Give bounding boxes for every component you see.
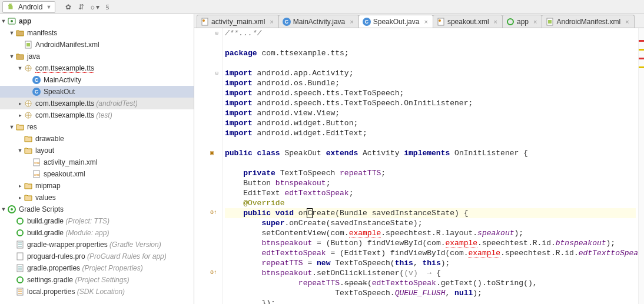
settings-icon[interactable]: ⫓ (101, 1, 113, 13)
code-line[interactable]: repeatTTS.speak(edtTexttoSpeak.getText()… (225, 278, 636, 288)
module-selector[interactable]: Android ▼ (2, 1, 55, 13)
error-marker[interactable] (639, 40, 644, 42)
package-icon (24, 64, 33, 73)
editor-tab[interactable]: CSpeakOut.java× (358, 15, 433, 28)
tree-node-drawable[interactable]: ▼ drawable (0, 133, 194, 145)
java-class-icon: C (32, 87, 41, 96)
svg-point-22 (439, 19, 441, 22)
code-line[interactable]: Button btnspeakout; (225, 178, 636, 188)
override-gutter-icon[interactable]: o↑ (210, 269, 218, 278)
tree-node-build-gradle-project[interactable]: ▼ build.gradle (Project: TTS) (0, 215, 194, 227)
tree-label: mipmap (35, 182, 61, 190)
fold-icon[interactable]: ⊟ (215, 70, 218, 76)
code-line[interactable]: setContentView(com.example.speechtest.R.… (225, 228, 636, 238)
code-line[interactable]: public class SpeakOut extends Activity i… (225, 148, 636, 158)
code-line[interactable]: import android.widget.Button; (225, 118, 636, 128)
module-selector-label: Android (18, 3, 42, 11)
xml-icon: xml (32, 169, 41, 179)
code-line[interactable]: repeatTTS = new TextToSpeech(this, this)… (225, 258, 636, 268)
close-icon[interactable]: × (270, 18, 273, 25)
editor-tab[interactable]: CMainActivity.java× (278, 15, 359, 28)
class-gutter-icon[interactable]: ▣ (210, 149, 218, 158)
code-line[interactable]: /**...*/ (225, 28, 636, 38)
editor-tab[interactable]: AndroidManifest.xml× (542, 15, 634, 28)
close-icon[interactable]: × (625, 18, 629, 25)
code-line[interactable]: @Override (225, 198, 636, 208)
tree-node-pkg-androidtest[interactable]: ▸ com.ttsexample.tts (androidTest) (0, 98, 194, 109)
error-marker[interactable] (639, 58, 644, 59)
tree-node-layout-activity-main[interactable]: ▼ xml activity_main.xml (0, 156, 194, 168)
sync-icon[interactable]: ✿ (62, 1, 74, 13)
override-gutter-icon[interactable]: o↑ (210, 209, 218, 218)
code-line[interactable]: EditText edtTexttoSpeak; (225, 188, 636, 198)
svg-rect-15 (17, 253, 23, 260)
tree-node-manifests[interactable]: ▼ manifests (0, 27, 194, 39)
code-line[interactable]: edtTexttoSpeak = (EditText) findViewById… (225, 248, 636, 258)
code-line[interactable] (225, 38, 636, 48)
svg-point-17 (17, 277, 23, 283)
code-line[interactable]: import android.view.View; (225, 108, 636, 118)
fold-icon[interactable]: ⊞ (215, 30, 218, 36)
svg-point-13 (17, 230, 23, 236)
tree-node-settings-gradle[interactable]: ▼ settings.gradle (Project Settings) (0, 274, 194, 286)
close-icon[interactable]: × (533, 18, 537, 25)
tree-node-layout-speakout[interactable]: ▼ xml speakout.xml (0, 168, 194, 180)
gradle-file-icon (15, 216, 25, 226)
code-line[interactable]: public void onCreate(Bundle savedInstanc… (225, 208, 636, 218)
tree-node-build-gradle-module[interactable]: ▼ build.gradle (Module: app) (0, 227, 194, 239)
code-line[interactable] (225, 58, 636, 68)
code-line[interactable]: import android.speech.tts.TextToSpeech.O… (225, 98, 636, 108)
tree-node-gradle-props[interactable]: ▼ gradle.properties (Project Properties) (0, 262, 194, 274)
collapse-icon[interactable]: ⇵ (75, 1, 87, 13)
tree-node-local-props[interactable]: ▼ local.properties (SDK Location) (0, 286, 194, 298)
tree-node-mipmap[interactable]: ▸ mipmap (0, 180, 194, 192)
tree-node-gradle-scripts[interactable]: ▼ Gradle Scripts (0, 203, 194, 215)
editor-tab[interactable]: speakout.xml× (433, 15, 503, 28)
code-line[interactable]: import android.speech.tts.TextToSpeech; (225, 88, 636, 98)
java-c-icon: C (283, 18, 291, 26)
close-icon[interactable]: × (424, 18, 427, 25)
code-line[interactable]: TextToSpeech.QUEUE_FLUSH, null); (225, 288, 636, 298)
code-line[interactable]: import android.os.Bundle; (225, 78, 636, 88)
code-area[interactable]: /**...*/ package com.ttsexample.tts; imp… (223, 28, 638, 304)
folder-icon (15, 122, 25, 132)
more-icon[interactable]: ☼▾ (88, 1, 100, 13)
code-line[interactable]: btnspeakout = (Button) findViewById(com.… (225, 238, 636, 248)
close-icon[interactable]: × (494, 18, 497, 25)
code-editor[interactable]: ⊞⊟▣o↑o↑ /**...*/ package com.ttsexample.… (194, 28, 644, 304)
tree-node-layout[interactable]: ▼ layout (0, 145, 194, 156)
warning-marker[interactable] (639, 49, 644, 51)
tree-node-app[interactable]: ▼ app (0, 15, 194, 27)
code-line[interactable] (225, 158, 636, 168)
code-line[interactable]: import android.widget.EditText; (225, 128, 636, 138)
editor-gutter[interactable]: ⊞⊟▣o↑o↑ (194, 28, 223, 304)
svg-text:xml: xml (34, 173, 39, 176)
tree-node-manifest-file[interactable]: ▼ AndroidManifest.xml (0, 39, 194, 51)
tree-label: SpeakOut (44, 88, 75, 96)
tree-node-values[interactable]: ▸ values (0, 192, 194, 203)
close-icon[interactable]: × (350, 18, 353, 25)
tree-label: drawable (35, 135, 64, 143)
code-line[interactable]: private TextToSpeech repeatTTS; (225, 168, 636, 178)
code-line[interactable] (225, 138, 636, 148)
tab-label: MainActivity.java (293, 18, 345, 26)
error-stripe[interactable] (638, 28, 644, 304)
code-line[interactable]: super.onCreate(savedInstanceState); (225, 218, 636, 228)
code-line[interactable]: btnspeakout.setOnClickListener((v) → { (225, 268, 636, 278)
warning-marker[interactable] (639, 66, 644, 68)
project-tree-panel[interactable]: ▼ app ▼ manifests (0, 14, 194, 304)
code-line[interactable]: }); (225, 298, 636, 304)
tree-node-proguard[interactable]: ▼ proguard-rules.pro (ProGuard Rules for… (0, 250, 194, 262)
tree-node-pkg-test[interactable]: ▸ com.ttsexample.tts (test) (0, 109, 194, 121)
editor-tab[interactable]: activity_main.xml× (197, 15, 279, 28)
tree-node-speakout[interactable]: ▼ C SpeakOut (0, 86, 194, 98)
tree-node-pkg-main[interactable]: ▼ com.ttsexample.tts (0, 62, 194, 74)
tree-node-mainactivity[interactable]: ▼ C MainActivity (0, 74, 194, 86)
tree-node-res[interactable]: ▼ res (0, 121, 194, 133)
tree-label: MainActivity (44, 76, 81, 84)
code-line[interactable]: package com.ttsexample.tts; (225, 48, 636, 58)
tree-node-java[interactable]: ▼ java (0, 51, 194, 62)
editor-tab[interactable]: app× (502, 15, 542, 28)
tree-node-gradle-wrapper[interactable]: ▼ gradle-wrapper.properties (Gradle Vers… (0, 239, 194, 250)
code-line[interactable]: import android.app.Activity; (225, 68, 636, 78)
